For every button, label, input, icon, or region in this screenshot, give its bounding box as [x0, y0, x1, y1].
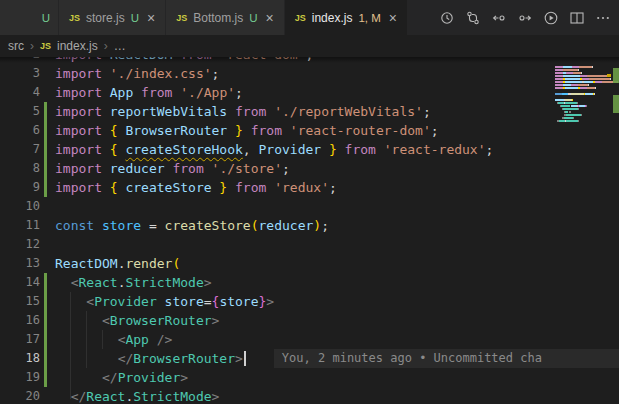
code-line-14[interactable]: 14 <React.StrictMode>: [0, 273, 619, 292]
gutter-change-indicator: [40, 292, 55, 311]
line-number[interactable]: 6: [0, 121, 40, 140]
gutter-change-indicator: [40, 273, 55, 292]
line-number[interactable]: 17: [0, 330, 40, 349]
line-number[interactable]: 11: [0, 216, 40, 235]
code-text: import reducer from './store';: [55, 159, 290, 178]
code-line-16[interactable]: 16 <BrowserRouter>: [0, 311, 619, 330]
line-number[interactable]: 10: [0, 197, 40, 216]
code-line-18[interactable]: 18 </BrowserRouter>You, 2 minutes ago • …: [0, 349, 619, 368]
close-icon[interactable]: ×: [147, 11, 155, 25]
gutter-change-indicator: [40, 57, 55, 64]
minimap-token: [564, 117, 573, 119]
code-line-9[interactable]: 9import { createStore } from 'redux';: [0, 178, 619, 197]
run-icon[interactable]: [543, 10, 559, 26]
line-number[interactable]: 16: [0, 311, 40, 330]
minimap-line: [555, 101, 619, 103]
breadcrumb-item-src[interactable]: src: [8, 39, 24, 53]
line-number[interactable]: 4: [0, 83, 40, 102]
minimap-line: [555, 113, 619, 115]
editor-actions: [431, 0, 619, 35]
line-number[interactable]: 2: [0, 57, 40, 64]
line-number[interactable]: 3: [0, 64, 40, 83]
code-text: import reportWebVitals from './reportWeb…: [55, 102, 431, 121]
code-text: import { createStore } from 'redux';: [55, 178, 337, 197]
tab-store-js[interactable]: JS store.js U ×: [59, 0, 166, 35]
code-text: import { createStoreHook, Provider } fro…: [55, 140, 493, 159]
gutter-change-indicator: [40, 178, 55, 197]
gutter-change-indicator: [40, 197, 55, 216]
minimap-line: [555, 104, 619, 106]
git-status-badge: 1, M: [358, 12, 380, 24]
git-status-badge: U: [249, 12, 257, 24]
minimap-line: [555, 86, 619, 88]
code-line-5[interactable]: 5import reportWebVitals from './reportWe…: [0, 102, 619, 121]
code-text: ReactDOM.render(: [55, 254, 180, 273]
minimap-token: [555, 117, 562, 119]
code-line-19[interactable]: 19 </Provider>: [0, 368, 619, 387]
line-number[interactable]: 18: [0, 349, 40, 368]
next-change-icon[interactable]: [517, 10, 533, 26]
timeline-icon[interactable]: [439, 10, 455, 26]
tab-bottom-js[interactable]: JS Bottom.js U ×: [166, 0, 285, 35]
js-file-icon: JS: [40, 41, 51, 51]
vscode-window: U JS store.js U × JS Bottom.js U × JS in…: [0, 0, 619, 404]
line-number[interactable]: 19: [0, 368, 40, 387]
minimap-line: [555, 107, 619, 109]
line-number[interactable]: 9: [0, 178, 40, 197]
code-line-6[interactable]: 6import { BrowserRouter } from 'react-ro…: [0, 121, 619, 140]
code-line-20[interactable]: 20 </React.StrictMode>: [0, 387, 619, 404]
code-line-15[interactable]: 15 <Provider store={store}>: [0, 292, 619, 311]
minimap-line: [555, 68, 619, 70]
breadcrumb-item-symbol[interactable]: …: [114, 39, 126, 53]
code-line-12[interactable]: 12: [0, 235, 619, 254]
code-text: <BrowserRouter>: [55, 311, 219, 330]
gutter-change-indicator: [40, 387, 55, 404]
gutter-change-indicator: [40, 102, 55, 121]
line-number[interactable]: 15: [0, 292, 40, 311]
code-text: import './index.css';: [55, 64, 219, 83]
close-icon[interactable]: ×: [389, 11, 397, 25]
code-line-7[interactable]: 7import { createStoreHook, Provider } fr…: [0, 140, 619, 159]
close-icon[interactable]: ×: [266, 11, 274, 25]
minimap-line: [555, 71, 619, 73]
minimap-token: [595, 81, 602, 83]
line-number[interactable]: 12: [0, 235, 40, 254]
gutter-change-indicator: [40, 349, 55, 368]
minimap-token: [581, 114, 582, 116]
code-line-4[interactable]: 4import App from './App';: [0, 83, 619, 102]
line-number[interactable]: 8: [0, 159, 40, 178]
minimap-line: [555, 95, 619, 97]
minimap-line: [555, 110, 619, 112]
line-number[interactable]: 13: [0, 254, 40, 273]
line-number[interactable]: 14: [0, 273, 40, 292]
js-file-icon: JS: [69, 13, 80, 23]
git-compare-icon[interactable]: [465, 10, 481, 26]
code-line-8[interactable]: 8import reducer from './store';: [0, 159, 619, 178]
code-line-10[interactable]: 10: [0, 197, 619, 216]
editor[interactable]: 2import ReactDOM from 'react-dom';3impor…: [0, 57, 619, 404]
tab-partial[interactable]: U: [0, 0, 59, 35]
gutter-change-indicator: [40, 235, 55, 254]
tab-index-js[interactable]: JS index.js 1, M ×: [285, 0, 408, 35]
code-line-13[interactable]: 13ReactDOM.render(: [0, 254, 619, 273]
code-text: </Provider>: [55, 368, 188, 387]
more-actions-icon[interactable]: [595, 10, 611, 26]
code-line-3[interactable]: 3import './index.css';: [0, 64, 619, 83]
line-number[interactable]: 20: [0, 387, 40, 404]
line-number[interactable]: 7: [0, 140, 40, 159]
code-line-2[interactable]: 2import ReactDOM from 'react-dom';: [0, 57, 619, 64]
gutter-change-indicator: [40, 254, 55, 273]
code-line-11[interactable]: 11const store = createStore(reducer);: [0, 216, 619, 235]
minimap-token: [578, 120, 579, 122]
split-editor-icon[interactable]: [569, 10, 585, 26]
minimap-token: [573, 117, 574, 119]
code-text: </React.StrictMode>: [55, 387, 219, 404]
code-text: import { BrowserRouter } from 'react-rou…: [55, 121, 439, 140]
code-text: import App from './App';: [55, 83, 243, 102]
code-line-17[interactable]: 17 <App />: [0, 330, 619, 349]
breadcrumb-item-file[interactable]: index.js: [57, 39, 98, 53]
previous-change-icon[interactable]: [491, 10, 507, 26]
line-number[interactable]: 5: [0, 102, 40, 121]
minimap[interactable]: [555, 57, 619, 404]
code-lines: 2import ReactDOM from 'react-dom';3impor…: [0, 57, 619, 404]
